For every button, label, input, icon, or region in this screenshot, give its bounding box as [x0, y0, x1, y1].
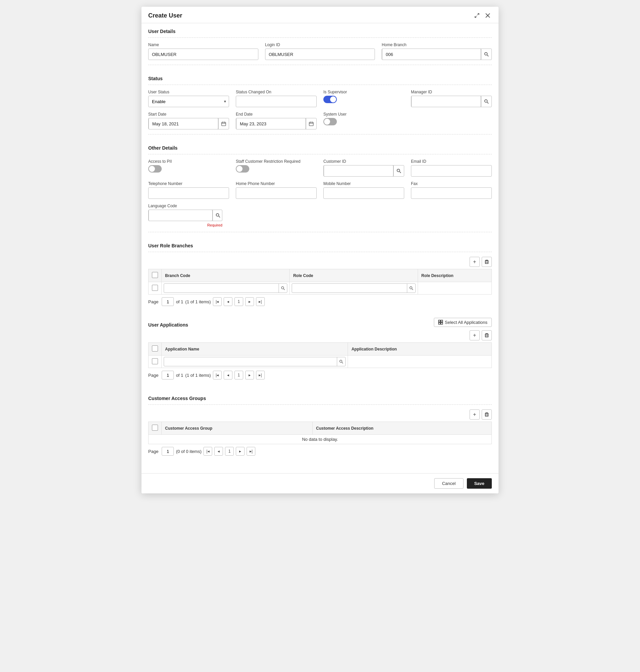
cag-delete-btn[interactable] [482, 410, 492, 419]
fax-input[interactable] [411, 187, 492, 199]
select-all-applications-label: Select All Applications [445, 320, 488, 325]
items-label-2: (1 of 1 items) [185, 373, 211, 378]
home-branch-input[interactable] [382, 48, 481, 60]
select-all-applications-btn[interactable]: Select All Applications [434, 318, 492, 327]
access-pii-group: Access to PII [148, 159, 229, 176]
cag-select-all-checkbox[interactable] [152, 425, 158, 431]
page-input-3[interactable] [162, 447, 174, 456]
end-date-cal-btn[interactable] [306, 118, 316, 129]
status-title: Status [148, 70, 492, 85]
next-page-btn-2[interactable]: ▸ [245, 371, 254, 380]
modal-title: Create User [148, 12, 182, 19]
app-name-filter-cell [162, 356, 348, 368]
home-branch-label: Home Branch [382, 42, 492, 47]
next-page-btn-1[interactable]: ▸ [245, 297, 254, 306]
cag-table: Customer Access Group Customer Access De… [148, 421, 492, 444]
is-supervisor-toggle[interactable] [323, 96, 337, 103]
svg-point-16 [397, 169, 400, 172]
next-page-btn-3[interactable]: ▸ [236, 447, 245, 456]
end-date-input[interactable] [236, 118, 306, 129]
name-input[interactable] [148, 48, 258, 60]
mobile-group: Mobile Number [323, 181, 404, 199]
manager-id-search-btn[interactable] [481, 96, 492, 107]
role-code-filter-input[interactable] [292, 286, 407, 290]
login-id-group: Login ID [265, 42, 375, 60]
cag-add-btn[interactable]: + [469, 410, 480, 419]
cag-no-data-row: No data to display. [148, 435, 492, 444]
status-changed-on-input[interactable] [236, 96, 317, 107]
other-details-title: Other Details [148, 140, 492, 154]
user-status-select[interactable]: Enable Disable [148, 96, 229, 107]
role-branches-actions: + [148, 257, 492, 267]
language-code-input[interactable] [148, 210, 213, 221]
role-code-filter-search-btn[interactable] [407, 284, 415, 292]
prev-page-btn-3[interactable]: ◂ [214, 447, 223, 456]
page-num-btn-3[interactable]: 1 [225, 447, 234, 456]
customer-id-search-btn[interactable] [393, 166, 404, 176]
page-num-btn-2[interactable]: 1 [234, 371, 243, 380]
access-pii-toggle[interactable] [148, 165, 162, 173]
customer-id-input[interactable] [324, 165, 393, 176]
page-input-2[interactable] [162, 371, 174, 380]
first-page-btn-2[interactable]: |◂ [213, 371, 222, 380]
name-label: Name [148, 42, 258, 47]
page-num-btn-1[interactable]: 1 [234, 297, 243, 306]
role-branches-select-all-checkbox[interactable] [152, 272, 158, 278]
app-name-filter-search-btn[interactable] [337, 357, 345, 366]
prev-page-btn-2[interactable]: ◂ [224, 371, 232, 380]
email-id-input[interactable] [411, 165, 492, 176]
language-code-search-btn[interactable] [213, 210, 222, 221]
first-page-btn-3[interactable]: |◂ [203, 447, 212, 456]
manager-id-input[interactable] [411, 96, 481, 107]
applications-add-btn[interactable]: + [469, 330, 480, 340]
start-date-label: Start Date [148, 112, 229, 117]
branch-code-filter-input[interactable] [164, 286, 279, 290]
page-input-1[interactable] [162, 297, 174, 306]
cag-name-header: Customer Access Group [162, 422, 312, 435]
applications-delete-btn[interactable] [482, 330, 492, 340]
user-applications-title: User Applications [148, 317, 188, 328]
app-name-header: Application Name [162, 343, 348, 356]
customer-access-groups-title: Customer Access Groups [148, 390, 492, 405]
home-phone-input[interactable] [236, 187, 317, 199]
access-pii-label: Access to PII [148, 159, 229, 164]
mobile-input[interactable] [323, 187, 404, 199]
toggle-knob-3 [149, 166, 155, 172]
user-applications-table: Application Name Application Description [148, 342, 492, 368]
last-page-btn-3[interactable]: ▸| [247, 447, 255, 456]
role-branches-delete-btn[interactable] [482, 257, 492, 267]
prev-page-btn-1[interactable]: ◂ [224, 297, 232, 306]
close-button[interactable] [484, 12, 492, 19]
svg-point-18 [216, 214, 219, 216]
manager-id-group: Manager ID [411, 90, 492, 107]
role-branches-add-btn[interactable]: + [469, 257, 480, 267]
telephone-input[interactable] [148, 187, 229, 199]
role-branches-row-checkbox[interactable] [152, 285, 158, 291]
language-code-label: Language Code [148, 203, 222, 208]
cag-pagination: Page (0 of 0 items) |◂ ◂ 1 ▸ ▸| [148, 444, 492, 458]
toggle-knob-4 [236, 166, 243, 172]
staff-customer-toggle[interactable] [236, 165, 249, 173]
apps-select-all-checkbox[interactable] [152, 345, 158, 352]
header-actions [473, 12, 492, 19]
save-button[interactable]: Save [467, 478, 492, 489]
apps-row-checkbox[interactable] [152, 358, 158, 364]
user-status-group: User Status Enable Disable ▾ [148, 90, 229, 107]
app-name-filter-input[interactable] [164, 359, 337, 364]
branch-code-filter-search-btn[interactable] [279, 284, 287, 292]
expand-button[interactable] [473, 12, 481, 19]
svg-rect-28 [440, 320, 442, 322]
start-date-cal-btn[interactable] [218, 118, 229, 129]
start-date-input[interactable] [148, 118, 218, 129]
home-branch-search-btn[interactable] [481, 49, 492, 60]
apps-check-header [148, 343, 162, 356]
login-id-input[interactable] [265, 48, 375, 60]
other-details-row-1: Access to PII Staff Customer Restriction… [148, 159, 492, 176]
cancel-button[interactable]: Cancel [434, 478, 463, 489]
first-page-btn-1[interactable]: |◂ [213, 297, 222, 306]
role-branches-filter-row [148, 282, 492, 295]
other-details-row-3: Language Code Required [148, 203, 492, 227]
last-page-btn-1[interactable]: ▸| [256, 297, 265, 306]
system-user-toggle[interactable] [323, 118, 337, 125]
last-page-btn-2[interactable]: ▸| [256, 371, 265, 380]
